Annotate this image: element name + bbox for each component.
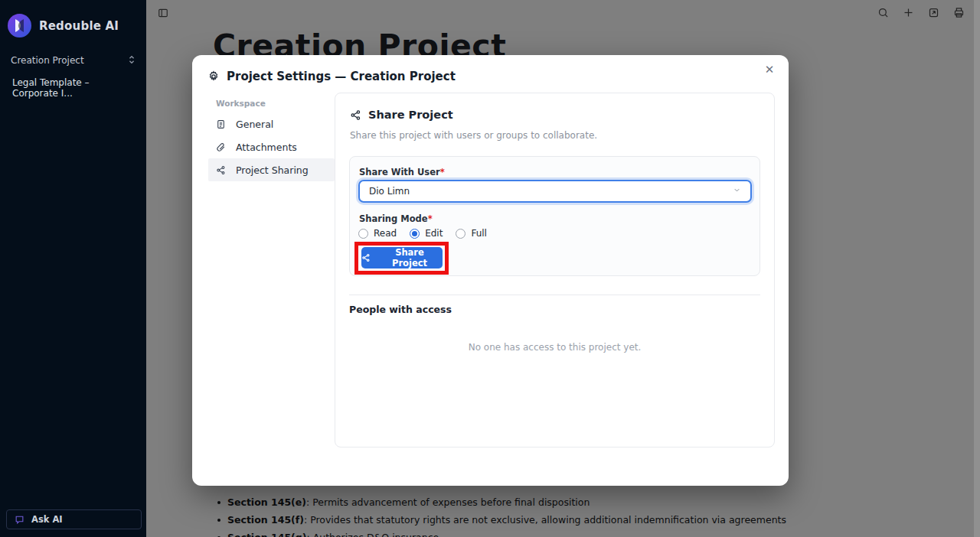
project-selector-label: Creation Project [11,55,128,66]
share-form: Share With User* Dio Limn Sharing Mode* … [349,156,760,276]
tab-label: General [236,119,273,130]
sharing-mode-label: Sharing Mode* [359,213,433,224]
page-scrollbar[interactable] [974,0,980,537]
brand-name: Redouble AI [39,19,119,33]
chevron-down-icon [733,186,741,197]
redouble-logo-icon [8,14,31,37]
share-icon [361,253,371,262]
sharing-mode-radios: Read Edit Full [358,228,487,239]
sidebar-item-label: Legal Template – Corporate I... [12,77,134,99]
tab-label: Project Sharing [236,164,309,176]
radio-label: Read [374,228,397,239]
modal-sidebar-section-label: Workspace [208,93,335,112]
chat-icon [15,515,24,525]
gear-icon [207,70,220,83]
panel-heading-label: Share Project [368,109,453,121]
modal-sidebar: Workspace General Attachments Project Sh… [208,93,335,181]
share-icon [350,109,361,121]
close-icon[interactable]: ✕ [763,63,776,76]
required-asterisk: * [440,167,445,177]
share-project-button[interactable]: Share Project [361,247,443,268]
empty-access-message: No one has access to this project yet. [335,342,774,353]
share-with-user-select[interactable]: Dio Limn [358,180,752,203]
panel-subtitle: Share this project with users or groups … [350,130,597,141]
tab-project-sharing[interactable]: Project Sharing [208,158,335,181]
modal-header: Project Settings — Creation Project [207,70,456,83]
tab-label: Attachments [236,142,297,153]
radio-full[interactable]: Full [456,228,487,239]
project-settings-modal: Project Settings — Creation Project ✕ Wo… [192,55,789,486]
project-selector[interactable]: Creation Project [0,52,146,69]
sidebar-item-legal-template[interactable]: Legal Template – Corporate I... [0,80,146,96]
radio-circle [358,229,368,239]
required-asterisk: * [428,213,433,224]
chevron-up-down-icon [128,55,136,67]
people-with-access-heading: People with access [349,304,452,315]
radio-circle [410,229,420,239]
tab-attachments[interactable]: Attachments [208,135,335,158]
paperclip-icon [216,142,226,152]
sharing-panel: Share Project Share this project with us… [335,93,775,447]
share-icon [216,165,226,175]
radio-label: Edit [425,228,443,239]
radio-edit[interactable]: Edit [410,228,443,239]
ask-ai-button[interactable]: Ask AI [6,509,142,529]
share-project-button-label: Share Project [377,247,443,268]
modal-title: Project Settings — Creation Project [227,70,456,83]
screen: Creation Project Section 145(e): Permits… [0,0,980,537]
app-sidebar: Redouble AI Creation Project Legal Templ… [0,0,146,537]
section-divider [349,295,760,295]
share-with-user-label: Share With User* [359,167,445,177]
radio-label: Full [471,228,487,239]
ask-ai-label: Ask AI [31,514,63,525]
panel-heading: Share Project [350,109,453,121]
selected-user-value: Dio Limn [369,186,410,197]
radio-read[interactable]: Read [358,228,397,239]
tab-general[interactable]: General [208,112,335,135]
document-icon [216,119,226,129]
brand: Redouble AI [8,14,119,37]
radio-circle [456,229,466,239]
